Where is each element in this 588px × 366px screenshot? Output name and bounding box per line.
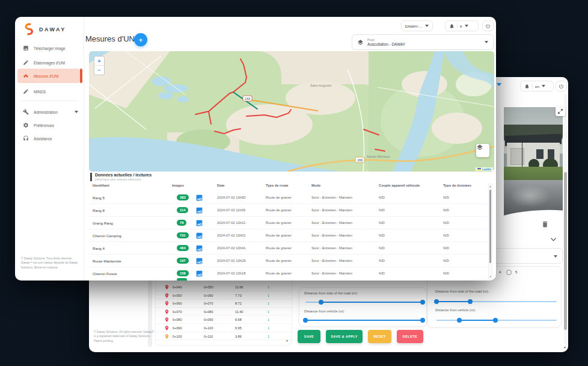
- language-selector[interactable]: en: [535, 84, 539, 88]
- sidebar-item-telecharger-image[interactable]: Télécharger image: [15, 42, 84, 55]
- row-road-type: Route de gravier: [266, 234, 292, 237]
- map-pin-icon: [164, 333, 170, 340]
- table-row[interactable]: Route Mackenzie 197 2024-07-02 10h29 Rou…: [89, 255, 487, 267]
- photo-file-icon[interactable]: [195, 270, 203, 278]
- chevron-down-icon: [542, 85, 545, 87]
- sidebar-item-etalonnages[interactable]: Étalonnages d'UNI: [15, 56, 84, 69]
- row-date: 2024-07-02 10h50: [217, 196, 245, 199]
- zoom-in-button[interactable]: +: [94, 57, 104, 66]
- slider-handle-min[interactable]: [303, 318, 308, 323]
- copyright-footer: © Daway Solutions. All rights reserved. …: [94, 330, 155, 343]
- attribution-link[interactable]: Leaflet: [482, 167, 491, 171]
- images-count-badge: 78: [177, 220, 186, 226]
- photo-file-icon[interactable]: [195, 219, 203, 227]
- slider-handle-max[interactable]: [420, 300, 425, 305]
- segment-row[interactable]: 0+090 0+100 6.95 1: [156, 324, 292, 332]
- scroll-down-arrow[interactable]: ▼: [489, 275, 492, 278]
- account-menu[interactable]: DAWAY-...: [401, 20, 433, 31]
- sidebar-item-mesures-uni[interactable]: Mesures d'UNI: [17, 69, 80, 83]
- table-row[interactable]: Rang 4 464 2024-07-02 10h41 Route de gra…: [89, 242, 487, 255]
- table-row[interactable]: Chemin Forest 158 2024-07-02 10h18 Route…: [89, 267, 487, 280]
- copyright-footer: © Daway Solutions. Tous droits réservés.…: [21, 256, 79, 270]
- photo-file-icon[interactable]: [195, 232, 203, 240]
- slider-handle-max[interactable]: [493, 318, 498, 323]
- column-header: Mode: [311, 184, 320, 187]
- reset-button[interactable]: RESET: [368, 330, 391, 343]
- sidebar-item-minds[interactable]: MINDS: [15, 85, 84, 98]
- map-layers-button[interactable]: [476, 144, 489, 157]
- save-apply-button[interactable]: SAVE & APPLY: [326, 330, 363, 343]
- save-button[interactable]: SAVE: [298, 330, 320, 343]
- segment-value: 6.68: [235, 318, 242, 321]
- vehicle-distance-slider[interactable]: [305, 317, 423, 323]
- row-device-pair: N/D: [379, 208, 385, 212]
- road-distance-slider[interactable]: [436, 299, 557, 305]
- row-data-type: N/D: [443, 259, 449, 262]
- sidebar-item-preferences[interactable]: Préférences: [15, 119, 84, 132]
- photo-file-icon[interactable]: [195, 194, 203, 202]
- add-measure-button[interactable]: +: [134, 33, 147, 46]
- scroll-down-arrow[interactable]: ▼: [286, 339, 289, 343]
- slider-handle-max[interactable]: [468, 299, 473, 304]
- road-distance-slider[interactable]: [305, 299, 423, 305]
- scroll-up-arrow[interactable]: ▲: [489, 185, 492, 188]
- table-scrollbar[interactable]: ▲ ▼: [488, 184, 492, 279]
- leaflet-map[interactable]: 143 169 Saint-Augustin Sainte-Monique + …: [89, 51, 494, 172]
- delete-photo-button[interactable]: [541, 220, 549, 231]
- segment-row[interactable]: 0+080 0+090 6.68 1: [156, 315, 292, 324]
- daway-logo-icon: [22, 22, 35, 37]
- segment-row[interactable]: 0+040 0+050 11.66 1: [156, 283, 292, 291]
- segment-value: 11.66: [235, 285, 243, 289]
- bell-icon[interactable]: [524, 84, 530, 89]
- logout-button[interactable]: [482, 20, 494, 31]
- table-row[interactable]: Grang Rang 78 2024-07-02 10h21 Route de …: [89, 217, 487, 229]
- segment-to: 0+060: [204, 294, 213, 297]
- zoom-out-button[interactable]: −: [94, 66, 104, 75]
- table-row[interactable]: Chemin Camping 731 2024-07-02 10h01 Rout…: [89, 229, 487, 242]
- headset-icon: [23, 135, 29, 141]
- segment-row[interactable]: 0+100 0+110 3.86 1: [156, 332, 292, 341]
- segment-to: 0+070: [204, 302, 213, 305]
- photo-file-icon[interactable]: [195, 257, 203, 265]
- vehicle-distance-slider[interactable]: [436, 317, 557, 323]
- radio-button-5[interactable]: [506, 270, 512, 275]
- photo-file-icon[interactable]: [195, 206, 203, 214]
- language-selector[interactable]: fr: [460, 24, 462, 28]
- sidebar-item-assistance[interactable]: Assistance: [15, 132, 84, 145]
- window-scrollbar-thumb[interactable]: [564, 172, 567, 330]
- segment-row[interactable]: 0+060 0+070 8.72 1: [156, 299, 292, 308]
- segment-value: 11.40: [235, 310, 243, 314]
- slider-handle-min[interactable]: [434, 299, 439, 304]
- project-select[interactable]: Projet Auscultation - DAWAY: [352, 34, 494, 50]
- collapse-panel-button[interactable]: [550, 235, 557, 246]
- project-label: Projet: [367, 39, 405, 42]
- table-row[interactable]: Rang 8 114 2024-07-02 11h09 Route de gra…: [89, 204, 487, 217]
- slider-handle-min[interactable]: [319, 300, 323, 305]
- bell-icon[interactable]: [449, 23, 455, 29]
- page-title: Mesures d'UNI: [85, 34, 137, 43]
- expand-photo-button[interactable]: [556, 107, 565, 116]
- sidebar-item-label: Administration: [34, 110, 58, 114]
- radio-label-4: 4: [499, 270, 501, 274]
- street-view-photo[interactable]: [504, 107, 563, 218]
- scroll-down-arrow[interactable]: ▼: [563, 346, 566, 349]
- segment-count: 1: [268, 302, 269, 305]
- segment-row[interactable]: 0+050 0+060 7.73 1: [156, 291, 292, 300]
- delete-button[interactable]: DELETE: [397, 330, 423, 343]
- table-scrollbar-thumb[interactable]: [489, 190, 491, 263]
- slider-handle-max[interactable]: [420, 318, 425, 323]
- sidebar-item-label: MINDS: [34, 90, 46, 94]
- sidebar-item-administration[interactable]: Administration: [15, 105, 84, 119]
- app-logo[interactable]: DAWAY: [22, 22, 66, 37]
- segment-row[interactable]: 0+070 0+080 11.40 1: [156, 308, 292, 316]
- row-road-type: Route de gravier: [266, 221, 292, 225]
- map-pin-icon: [164, 317, 170, 323]
- layers-icon: [476, 144, 483, 151]
- slider-handle-min[interactable]: [457, 318, 462, 323]
- wrench-icon: [23, 109, 29, 115]
- table-row[interactable]: Rang 5 383 2024-07-02 10h50 Route de gra…: [89, 191, 487, 204]
- ruler-pen-icon: [23, 60, 29, 66]
- table-header: Identifiant Images Date Type de route Mo…: [89, 184, 487, 191]
- photo-file-icon[interactable]: [195, 244, 203, 252]
- logout-button[interactable]: [556, 81, 567, 92]
